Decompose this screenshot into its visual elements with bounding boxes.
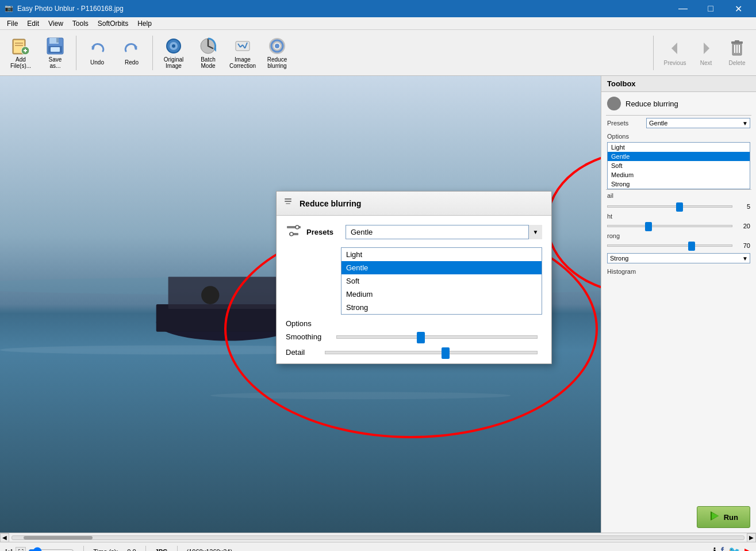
toolbox-strong-label: rong — [601, 231, 756, 240]
run-label: Run — [724, 513, 738, 522]
info-icon[interactable]: ℹ — [713, 546, 716, 551]
toolbox-detail-slider[interactable] — [607, 205, 732, 208]
preset-gentle[interactable]: Gentle — [341, 261, 542, 274]
title-bar: 📷 Easy Photo Unblur - P1160168.jpg — □ ✕ — [0, 0, 756, 17]
youtube-icon[interactable]: ▶ — [745, 546, 751, 551]
run-button-row: Run — [601, 502, 756, 533]
toolbox-medium-item[interactable]: Medium — [608, 170, 750, 179]
scroll-right-button[interactable]: ▶ — [747, 533, 756, 542]
undo-button[interactable]: Undo — [81, 33, 113, 73]
toolbox-strong-value: 70 — [736, 242, 750, 249]
toolbar-sep-2 — [152, 36, 153, 70]
maximize-button[interactable]: □ — [697, 0, 724, 17]
scrollbar-track[interactable] — [11, 535, 745, 540]
detail-thumb[interactable] — [442, 347, 450, 359]
reduce-blurring-button[interactable]: Reduceblurring — [261, 33, 293, 73]
svg-rect-11 — [51, 47, 60, 52]
add-files-button[interactable]: AddFile(s)... — [5, 33, 37, 73]
presets-row: Presets ▼ — [286, 223, 542, 242]
redo-button[interactable]: Redo — [116, 33, 148, 73]
toolbox-strong-slider[interactable] — [607, 244, 732, 247]
window-title: Easy Photo Unblur - P1160168.jpg — [17, 5, 670, 13]
options-row: Options — [286, 319, 542, 328]
smoothing-thumb[interactable] — [417, 332, 425, 343]
toolbox-detail-thumb[interactable] — [676, 202, 683, 212]
toolbox-light-slider[interactable] — [607, 225, 732, 227]
detail-slider[interactable] — [325, 351, 538, 354]
undo-label: Undo — [90, 59, 104, 66]
dialog-icon — [283, 196, 295, 211]
preset-strong[interactable]: Strong — [341, 301, 542, 314]
canvas-scrollbar[interactable]: ◀ ▶ — [0, 533, 756, 542]
menu-tools[interactable]: Tools — [68, 18, 93, 29]
zoom-slider[interactable] — [28, 547, 74, 552]
preset-soft[interactable]: Soft — [341, 274, 542, 288]
image-canvas[interactable]: Reduce blurring Presets — [0, 76, 601, 533]
toolbox-strength-select[interactable]: Strong Light Soft Medium — [607, 253, 750, 263]
svg-point-16 — [172, 44, 175, 48]
delete-button[interactable]: Delete — [723, 33, 751, 73]
toolbox-gentle-item[interactable]: Gentle — [608, 152, 750, 161]
previous-button[interactable]: Previous — [661, 33, 689, 73]
menu-softorbits[interactable]: SoftOrbits — [93, 18, 133, 29]
preset-light[interactable]: Light — [341, 248, 542, 261]
toolbox-slider-2-row: 20 — [601, 221, 756, 231]
scrollbar-thumb[interactable] — [24, 536, 93, 539]
next-label: Next — [700, 60, 712, 66]
next-icon — [697, 39, 715, 59]
next-button[interactable]: Next — [692, 33, 720, 73]
toolbox-presets-dropdown[interactable]: Gentle Light Soft Medium Strong ▼ — [646, 118, 750, 128]
detail-row: Detail — [286, 348, 542, 357]
minimize-button[interactable]: — — [670, 0, 696, 17]
reduce-blurring-dialog[interactable]: Reduce blurring Presets — [276, 191, 552, 364]
svg-rect-44 — [285, 198, 291, 200]
menu-view[interactable]: View — [44, 18, 68, 29]
original-image-button[interactable]: OriginalImage — [158, 33, 190, 73]
toolbox-strong-item[interactable]: Strong — [608, 179, 750, 189]
toolbar: AddFile(s)... Saveas... Undo — [0, 30, 756, 76]
image-correction-button[interactable]: ImageCorrection — [227, 33, 259, 73]
preset-medium[interactable]: Medium — [341, 288, 542, 301]
original-image-label: OriginalImage — [164, 56, 183, 69]
run-button[interactable]: Run — [697, 506, 750, 528]
scroll-left-button[interactable]: ◀ — [0, 533, 9, 542]
toolbox-strength-dropdown[interactable]: Strong Light Soft Medium ▼ — [607, 253, 750, 263]
toolbox-light-item[interactable]: Light — [608, 143, 750, 152]
menu-help[interactable]: Help — [133, 18, 156, 29]
toolbox-strong-thumb[interactable] — [688, 242, 695, 251]
svg-point-49 — [296, 225, 299, 229]
presets-dropdown-arrow[interactable]: ▼ — [528, 225, 542, 239]
svg-marker-52 — [712, 512, 719, 519]
run-icon — [709, 510, 720, 524]
presets-dropdown-list[interactable]: Light Gentle Soft Medium Strong — [341, 247, 542, 315]
toolbox-light-thumb[interactable] — [645, 222, 652, 231]
previous-icon — [666, 39, 684, 59]
smoothing-slider[interactable] — [336, 335, 538, 339]
presets-dropdown-container[interactable]: ▼ — [346, 225, 542, 239]
delete-label: Delete — [729, 60, 746, 66]
facebook-icon[interactable]: f — [721, 546, 724, 551]
redo-icon — [122, 40, 141, 58]
presets-label: Presets — [306, 228, 341, 236]
toolbox-soft-item[interactable]: Soft — [608, 161, 750, 170]
twitter-icon[interactable]: 🐦 — [728, 546, 740, 551]
status-dimensions: (1968x1269x24) — [187, 548, 233, 552]
fit-button[interactable]: ⛶ — [16, 547, 26, 552]
status-sep-3 — [177, 546, 178, 552]
dialog-title: Reduce blurring — [300, 199, 361, 208]
batch-mode-label: BatchMode — [201, 56, 216, 69]
batch-mode-button[interactable]: BatchMode — [192, 33, 224, 73]
toolbox-presets-row: Presets Gentle Light Soft Medium Strong … — [601, 116, 756, 131]
menu-file[interactable]: File — [2, 18, 22, 29]
save-as-button[interactable]: Saveas... — [39, 33, 71, 73]
status-social-icons: ℹ f 🐦 ▶ — [713, 546, 751, 551]
close-button[interactable]: ✕ — [725, 0, 751, 17]
presets-input[interactable] — [346, 225, 542, 239]
toolbox-dropdown-list[interactable]: Light Gentle Soft Medium Strong — [607, 142, 750, 189]
smoothing-label: Smoothing — [286, 332, 332, 341]
menu-edit[interactable]: Edit — [22, 18, 44, 29]
toolbox-detail-label-text: ail — [601, 190, 756, 201]
toolbox-detail-value: 5 — [736, 203, 750, 210]
toolbox-presets-select[interactable]: Gentle Light Soft Medium Strong — [646, 118, 750, 128]
status-bar: 1:1 ⛶ Time (s): 0.0 JPG (1968x1269x24) ℹ… — [0, 542, 756, 551]
